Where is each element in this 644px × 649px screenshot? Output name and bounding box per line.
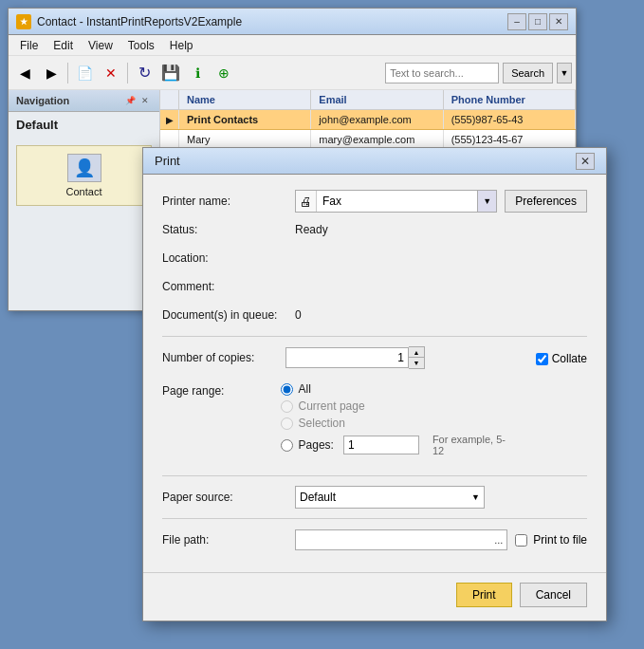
print-to-file-label: Print to file xyxy=(533,533,587,547)
menu-file[interactable]: File xyxy=(12,37,46,54)
file-path-label: File path: xyxy=(162,533,295,547)
nav-contact-item[interactable]: 👤 Contact xyxy=(16,145,152,206)
nav-item-label: Contact xyxy=(66,186,102,197)
extra-button[interactable]: ⊕ xyxy=(212,61,236,85)
copies-range-section: Number of copies: ▲ ▼ Page range: xyxy=(162,346,587,466)
col-header-email[interactable]: Email xyxy=(311,90,443,109)
paper-source-label: Paper source: xyxy=(162,491,295,504)
close-button[interactable]: ✕ xyxy=(549,13,568,30)
menu-help[interactable]: Help xyxy=(162,37,201,54)
new-button[interactable]: 📄 xyxy=(72,61,97,85)
radio-pages: Pages: For example, 5-12 xyxy=(281,434,507,456)
forward-button[interactable]: ▶ xyxy=(39,61,64,85)
search-dropdown-arrow[interactable]: ▼ xyxy=(557,63,572,83)
radio-selection-label: Selection xyxy=(299,417,345,430)
file-path-section: ... Print to file xyxy=(295,529,587,550)
radio-current-label: Current page xyxy=(299,399,365,413)
nav-title: Navigation xyxy=(16,95,69,106)
printer-name-label: Printer name: xyxy=(162,195,295,208)
print-to-file-checkbox[interactable] xyxy=(515,534,527,547)
navigation-panel: Navigation 📌 ✕ Default 👤 Contact xyxy=(9,90,160,310)
divider-1 xyxy=(162,336,587,337)
spin-up-button[interactable]: ▲ xyxy=(409,347,424,358)
pages-input[interactable] xyxy=(343,436,419,454)
printer-name-row: Printer name: 🖨 Fax ▼ Preferences xyxy=(162,190,587,213)
print-to-file-wrap: Print to file xyxy=(515,533,587,547)
collate-label: Collate xyxy=(552,352,587,365)
collate-section: Collate xyxy=(536,346,587,466)
nav-actions: 📌 ✕ xyxy=(123,94,152,107)
collate-wrap: Collate xyxy=(536,352,587,365)
row-email: john@example.com xyxy=(311,110,443,129)
search-button[interactable]: Search xyxy=(503,63,553,83)
minimize-button[interactable]: – xyxy=(507,13,526,30)
radio-all-label: All xyxy=(299,382,311,396)
app-icon: ★ xyxy=(16,14,31,29)
menu-bar: File Edit View Tools Help xyxy=(9,35,576,56)
status-row: Status: Ready xyxy=(162,218,587,241)
cancel-button[interactable]: Cancel xyxy=(520,583,587,607)
radio-pages-label: Pages: xyxy=(299,438,334,452)
search-box: Search ▼ xyxy=(385,63,572,83)
app-titlebar: ★ Contact - InstantPrintReportsV2Example… xyxy=(9,9,576,35)
page-range-label: Page range: xyxy=(162,384,281,398)
table-row[interactable]: ▶ Print Contacts john@example.com (555)9… xyxy=(160,110,576,130)
printer-dropdown-arrow[interactable]: ▼ xyxy=(477,191,496,212)
nav-close-button[interactable]: ✕ xyxy=(138,94,152,107)
nav-pin-button[interactable]: 📌 xyxy=(123,94,137,107)
radio-pages-input[interactable] xyxy=(281,439,293,452)
copies-input-wrap: ▲ ▼ xyxy=(285,346,425,369)
printer-select[interactable]: 🖨 Fax ▼ xyxy=(295,190,497,213)
maximize-button[interactable]: □ xyxy=(528,13,547,30)
dialog-titlebar: Print ✕ xyxy=(143,148,606,175)
radio-current-input[interactable] xyxy=(281,400,293,413)
col-header-name[interactable]: Name xyxy=(179,90,311,109)
status-label: Status: xyxy=(162,223,295,236)
table-header: Name Email Phone Number xyxy=(160,90,576,110)
spinner-buttons: ▲ ▼ xyxy=(409,346,425,369)
dialog-close-button[interactable]: ✕ xyxy=(576,153,595,170)
copies-section: Number of copies: ▲ ▼ Page range: xyxy=(162,346,507,466)
spin-down-button[interactable]: ▼ xyxy=(409,358,424,368)
print-button[interactable]: Print xyxy=(456,583,512,607)
copies-input[interactable] xyxy=(285,347,409,368)
row-name: Print Contacts xyxy=(179,110,311,129)
radio-all-input[interactable] xyxy=(281,383,293,396)
row-phone: (555)987-65-43 xyxy=(444,110,576,129)
menu-tools[interactable]: Tools xyxy=(120,37,162,54)
col-header-indicator xyxy=(160,90,179,109)
dialog-body: Printer name: 🖨 Fax ▼ Preferences Status… xyxy=(143,175,606,572)
dialog-footer: Print Cancel xyxy=(143,572,606,621)
file-path-row: File path: ... Print to file xyxy=(162,528,587,551)
nav-header: Navigation 📌 ✕ xyxy=(9,90,159,112)
col-header-phone[interactable]: Phone Number xyxy=(444,90,576,109)
paper-source-row: Paper source: Default ▼ xyxy=(162,486,587,509)
comment-label: Comment: xyxy=(162,280,295,293)
location-row: Location: xyxy=(162,247,587,269)
file-path-input[interactable]: ... xyxy=(295,529,507,550)
back-button[interactable]: ◀ xyxy=(12,61,37,85)
menu-edit[interactable]: Edit xyxy=(46,37,81,54)
location-label: Location: xyxy=(162,251,295,265)
row-name: Mary xyxy=(179,130,311,149)
menu-view[interactable]: View xyxy=(81,37,120,54)
info-button[interactable]: ℹ xyxy=(185,61,210,85)
row-indicator: ▶ xyxy=(160,110,179,129)
search-input[interactable] xyxy=(385,63,499,83)
refresh-button[interactable]: ↻ xyxy=(132,61,156,85)
radio-all: All xyxy=(281,382,507,396)
radio-selection-input[interactable] xyxy=(281,417,293,430)
collate-checkbox[interactable] xyxy=(536,353,548,365)
row-phone: (555)123-45-67 xyxy=(444,130,576,149)
docs-queue-label: Document(s) in queue: xyxy=(162,308,295,322)
preferences-button[interactable]: Preferences xyxy=(505,190,587,213)
delete-button[interactable]: ✕ xyxy=(99,61,123,85)
paper-source-select[interactable]: Default ▼ xyxy=(295,486,485,509)
copies-row: Number of copies: ▲ ▼ xyxy=(162,346,507,369)
pages-hint: For example, 5-12 xyxy=(432,434,507,456)
row-indicator xyxy=(160,130,179,149)
paper-source-value: Default xyxy=(300,491,336,504)
save-button[interactable]: 💾 xyxy=(158,61,183,85)
radio-current: Current page xyxy=(281,399,507,413)
radio-selection: Selection xyxy=(281,417,507,430)
